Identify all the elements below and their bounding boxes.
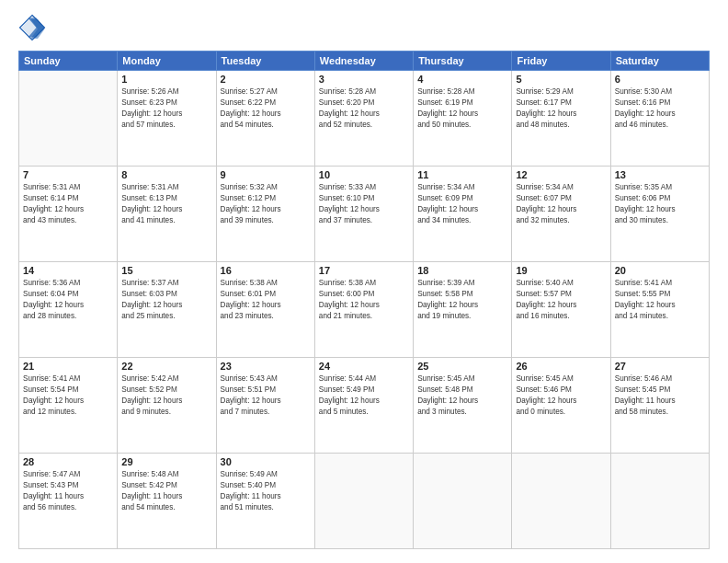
day-number: 17: [319, 265, 409, 276]
day-number: 4: [417, 74, 507, 85]
calendar-cell: 5Sunrise: 5:29 AMSunset: 6:17 PMDaylight…: [512, 71, 610, 167]
day-info: Sunrise: 5:35 AMSunset: 6:06 PMDaylight:…: [615, 182, 705, 226]
calendar-cell: [314, 454, 413, 549]
calendar-cell: 10Sunrise: 5:33 AMSunset: 6:10 PMDayligh…: [314, 167, 413, 262]
calendar-header-monday: Monday: [118, 52, 216, 71]
calendar-cell: 28Sunrise: 5:47 AMSunset: 5:43 PMDayligh…: [19, 454, 118, 549]
day-number: 18: [417, 265, 507, 276]
calendar-cell: 16Sunrise: 5:38 AMSunset: 6:01 PMDayligh…: [216, 262, 314, 358]
day-info: Sunrise: 5:34 AMSunset: 6:09 PMDaylight:…: [417, 182, 507, 226]
day-info: Sunrise: 5:41 AMSunset: 5:55 PMDaylight:…: [615, 278, 705, 322]
day-info: Sunrise: 5:42 AMSunset: 5:52 PMDaylight:…: [121, 373, 211, 418]
day-info: Sunrise: 5:28 AMSunset: 6:19 PMDaylight:…: [417, 86, 507, 131]
day-info: Sunrise: 5:47 AMSunset: 5:43 PMDaylight:…: [23, 469, 113, 513]
day-info: Sunrise: 5:30 AMSunset: 6:16 PMDaylight:…: [615, 86, 705, 131]
day-info: Sunrise: 5:38 AMSunset: 6:01 PMDaylight:…: [221, 278, 311, 322]
calendar-cell: 26Sunrise: 5:45 AMSunset: 5:46 PMDayligh…: [512, 358, 610, 454]
calendar-week-row: 21Sunrise: 5:41 AMSunset: 5:54 PMDayligh…: [19, 358, 710, 454]
calendar-cell: 3Sunrise: 5:28 AMSunset: 6:20 PMDaylight…: [314, 71, 413, 167]
calendar-cell: 22Sunrise: 5:42 AMSunset: 5:52 PMDayligh…: [118, 358, 216, 454]
calendar-cell: 8Sunrise: 5:31 AMSunset: 6:13 PMDaylight…: [118, 167, 216, 262]
day-info: Sunrise: 5:37 AMSunset: 6:03 PMDaylight:…: [121, 278, 211, 322]
calendar-cell: 21Sunrise: 5:41 AMSunset: 5:54 PMDayligh…: [19, 358, 118, 454]
calendar-cell: [512, 454, 610, 549]
calendar-cell: 7Sunrise: 5:31 AMSunset: 6:14 PMDaylight…: [19, 167, 118, 262]
day-number: 15: [121, 265, 211, 276]
day-info: Sunrise: 5:28 AMSunset: 6:20 PMDaylight:…: [319, 86, 409, 131]
calendar-cell: 13Sunrise: 5:35 AMSunset: 6:06 PMDayligh…: [610, 167, 709, 262]
day-info: Sunrise: 5:36 AMSunset: 6:04 PMDaylight:…: [23, 278, 113, 322]
day-info: Sunrise: 5:46 AMSunset: 5:45 PMDaylight:…: [615, 373, 705, 418]
calendar-cell: 1Sunrise: 5:26 AMSunset: 6:23 PMDaylight…: [118, 71, 216, 167]
day-info: Sunrise: 5:41 AMSunset: 5:54 PMDaylight:…: [23, 373, 113, 418]
calendar-cell: 15Sunrise: 5:37 AMSunset: 6:03 PMDayligh…: [118, 262, 216, 358]
day-number: 9: [221, 169, 311, 180]
calendar-week-row: 1Sunrise: 5:26 AMSunset: 6:23 PMDaylight…: [19, 71, 710, 167]
calendar-week-row: 14Sunrise: 5:36 AMSunset: 6:04 PMDayligh…: [19, 262, 710, 358]
day-number: 24: [319, 361, 409, 372]
calendar-header-thursday: Thursday: [414, 52, 512, 71]
calendar: SundayMondayTuesdayWednesdayThursdayFrid…: [18, 51, 710, 549]
day-info: Sunrise: 5:26 AMSunset: 6:23 PMDaylight:…: [121, 86, 211, 131]
calendar-header-friday: Friday: [512, 52, 610, 71]
day-number: 7: [23, 169, 113, 180]
day-number: 29: [121, 456, 211, 467]
day-info: Sunrise: 5:29 AMSunset: 6:17 PMDaylight:…: [516, 86, 606, 131]
calendar-cell: [610, 454, 709, 549]
calendar-cell: 19Sunrise: 5:40 AMSunset: 5:57 PMDayligh…: [512, 262, 610, 358]
header: [18, 14, 710, 41]
day-number: 6: [615, 74, 705, 85]
day-number: 26: [516, 361, 606, 372]
calendar-cell: [19, 71, 118, 167]
day-info: Sunrise: 5:27 AMSunset: 6:22 PMDaylight:…: [221, 86, 311, 131]
calendar-cell: [414, 454, 512, 549]
day-number: 8: [121, 169, 211, 180]
day-number: 21: [23, 361, 113, 372]
calendar-cell: 11Sunrise: 5:34 AMSunset: 6:09 PMDayligh…: [414, 167, 512, 262]
calendar-header-sunday: Sunday: [19, 52, 118, 71]
day-info: Sunrise: 5:44 AMSunset: 5:49 PMDaylight:…: [319, 373, 409, 418]
calendar-header-row: SundayMondayTuesdayWednesdayThursdayFrid…: [19, 52, 710, 71]
calendar-cell: 17Sunrise: 5:38 AMSunset: 6:00 PMDayligh…: [314, 262, 413, 358]
calendar-cell: 27Sunrise: 5:46 AMSunset: 5:45 PMDayligh…: [610, 358, 709, 454]
calendar-header-tuesday: Tuesday: [216, 52, 314, 71]
day-info: Sunrise: 5:39 AMSunset: 5:58 PMDaylight:…: [417, 278, 507, 322]
day-number: 5: [516, 74, 606, 85]
logo-icon: [18, 14, 46, 41]
day-number: 10: [319, 169, 409, 180]
calendar-cell: 6Sunrise: 5:30 AMSunset: 6:16 PMDaylight…: [610, 71, 709, 167]
calendar-week-row: 28Sunrise: 5:47 AMSunset: 5:43 PMDayligh…: [19, 454, 710, 549]
day-number: 14: [23, 265, 113, 276]
day-info: Sunrise: 5:33 AMSunset: 6:10 PMDaylight:…: [319, 182, 409, 226]
day-info: Sunrise: 5:34 AMSunset: 6:07 PMDaylight:…: [516, 182, 606, 226]
day-number: 20: [615, 265, 705, 276]
calendar-cell: 20Sunrise: 5:41 AMSunset: 5:55 PMDayligh…: [610, 262, 709, 358]
calendar-cell: 25Sunrise: 5:45 AMSunset: 5:48 PMDayligh…: [414, 358, 512, 454]
day-info: Sunrise: 5:43 AMSunset: 5:51 PMDaylight:…: [221, 373, 311, 418]
day-info: Sunrise: 5:49 AMSunset: 5:40 PMDaylight:…: [221, 469, 311, 513]
day-number: 1: [121, 74, 211, 85]
calendar-cell: 14Sunrise: 5:36 AMSunset: 6:04 PMDayligh…: [19, 262, 118, 358]
calendar-cell: 23Sunrise: 5:43 AMSunset: 5:51 PMDayligh…: [216, 358, 314, 454]
day-info: Sunrise: 5:48 AMSunset: 5:42 PMDaylight:…: [121, 469, 211, 513]
day-number: 12: [516, 169, 606, 180]
day-number: 25: [417, 361, 507, 372]
day-number: 27: [615, 361, 705, 372]
calendar-header-wednesday: Wednesday: [314, 52, 413, 71]
calendar-cell: 18Sunrise: 5:39 AMSunset: 5:58 PMDayligh…: [414, 262, 512, 358]
day-info: Sunrise: 5:31 AMSunset: 6:14 PMDaylight:…: [23, 182, 113, 226]
calendar-header-saturday: Saturday: [610, 52, 709, 71]
logo: [18, 14, 50, 41]
day-number: 23: [221, 361, 311, 372]
day-info: Sunrise: 5:31 AMSunset: 6:13 PMDaylight:…: [121, 182, 211, 226]
day-number: 19: [516, 265, 606, 276]
calendar-cell: 30Sunrise: 5:49 AMSunset: 5:40 PMDayligh…: [216, 454, 314, 549]
calendar-cell: 4Sunrise: 5:28 AMSunset: 6:19 PMDaylight…: [414, 71, 512, 167]
day-number: 22: [121, 361, 211, 372]
day-number: 16: [221, 265, 311, 276]
page: SundayMondayTuesdayWednesdayThursdayFrid…: [0, 0, 728, 563]
day-info: Sunrise: 5:32 AMSunset: 6:12 PMDaylight:…: [221, 182, 311, 226]
day-number: 11: [417, 169, 507, 180]
day-info: Sunrise: 5:38 AMSunset: 6:00 PMDaylight:…: [319, 278, 409, 322]
day-number: 3: [319, 74, 409, 85]
